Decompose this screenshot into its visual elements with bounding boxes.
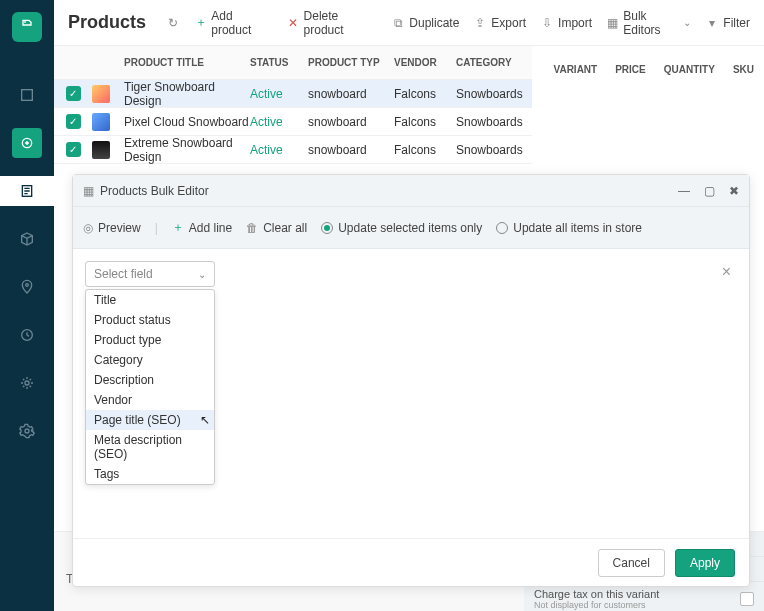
sidebar-item-pages[interactable] — [0, 176, 54, 206]
modal-title: Products Bulk Editor — [100, 184, 209, 198]
addline-label: Add line — [189, 221, 232, 235]
duplicate-icon: ⧉ — [391, 16, 405, 30]
clear-all-button[interactable]: 🗑Clear all — [246, 221, 307, 235]
cell-vendor: Falcons — [394, 87, 456, 101]
export-button[interactable]: ⇪Export — [473, 16, 526, 30]
charge-tax-hint: Not displayed for customers — [534, 600, 659, 610]
dropdown-option[interactable]: Product status — [86, 310, 214, 330]
preview-label: Preview — [98, 221, 141, 235]
cell-type: snowboard — [308, 115, 394, 129]
add-line-button[interactable]: ＋Add line — [172, 219, 232, 236]
bulk-editor-modal: ▦ Products Bulk Editor — ▢ ✖ ◎Preview | … — [72, 174, 750, 587]
cell-status: Active — [250, 115, 308, 129]
sidebar-item-cube[interactable] — [12, 224, 42, 254]
dropdown-option[interactable]: Title — [86, 290, 214, 310]
charge-tax-checkbox[interactable] — [740, 592, 754, 606]
header-variant[interactable]: VARIANT — [554, 64, 598, 75]
select-field-dropdown[interactable]: Select field ⌄ — [85, 261, 215, 287]
update-all-radio[interactable]: Update all items in store — [496, 221, 642, 235]
chevron-down-icon: ⌄ — [198, 269, 206, 280]
header-sku[interactable]: SKU — [733, 64, 754, 75]
export-icon: ⇪ — [473, 16, 487, 30]
cell-category: Snowboards — [456, 115, 532, 129]
cell-category: Snowboards — [456, 143, 532, 157]
refresh-icon: ↻ — [166, 16, 180, 30]
product-thumbnail — [92, 85, 110, 103]
maximize-button[interactable]: ▢ — [704, 184, 715, 198]
svg-point-5 — [25, 381, 29, 385]
dropdown-option[interactable]: Tags — [86, 464, 214, 484]
sidebar-item-home[interactable] — [12, 80, 42, 110]
cell-status: Active — [250, 87, 308, 101]
svg-point-6 — [25, 429, 29, 433]
plus-icon: ＋ — [194, 16, 207, 30]
dropdown-option[interactable]: Vendor — [86, 390, 214, 410]
dropdown-option[interactable]: Category — [86, 350, 214, 370]
trash-icon: 🗑 — [246, 221, 258, 235]
sidebar-item-time[interactable] — [12, 320, 42, 350]
import-icon: ⇩ — [540, 16, 554, 30]
duplicate-button[interactable]: ⧉Duplicate — [391, 16, 459, 30]
product-thumbnail — [92, 141, 110, 159]
eye-icon: ◎ — [83, 221, 93, 235]
header-vendor[interactable]: VENDOR — [394, 57, 456, 68]
header-quantity[interactable]: QUANTITY — [664, 64, 715, 75]
table-row[interactable]: ✓ Tiger Snowboard Design Active snowboar… — [54, 80, 532, 108]
sidebar-item-location[interactable] — [12, 272, 42, 302]
preview-button[interactable]: ◎Preview — [83, 221, 141, 235]
table-right-pane: VARIANT PRICE QUANTITY SKU — [532, 46, 764, 164]
cell-type: snowboard — [308, 87, 394, 101]
dropdown-option-label: Page title (SEO) — [94, 413, 181, 427]
cell-category: Snowboards — [456, 87, 532, 101]
bulk-editors-button[interactable]: ▦Bulk Editors⌄ — [606, 9, 691, 37]
dropdown-option[interactable]: Page title (SEO)↖ — [86, 410, 214, 430]
update-selected-label: Update selected items only — [338, 221, 482, 235]
close-button[interactable]: ✖ — [729, 184, 739, 198]
modal-body: Select field ⌄ × Title Product status Pr… — [73, 249, 749, 538]
header-status[interactable]: STATUS — [250, 57, 308, 68]
checkbox-icon[interactable]: ✓ — [66, 142, 81, 157]
grid-icon: ▦ — [83, 184, 94, 198]
table-row[interactable]: ✓ Pixel Cloud Snowboard Active snowboard… — [54, 108, 532, 136]
grid-icon: ▦ — [606, 16, 619, 30]
cell-title: Tiger Snowboard Design — [116, 80, 250, 108]
cell-title: Pixel Cloud Snowboard — [116, 115, 250, 129]
cell-type: snowboard — [308, 143, 394, 157]
update-selected-radio[interactable]: Update selected items only — [321, 221, 482, 235]
dropdown-option[interactable]: Description — [86, 370, 214, 390]
filter-button[interactable]: ▾Filter — [705, 16, 750, 30]
apply-button[interactable]: Apply — [675, 549, 735, 577]
toolbar: ↻ ＋Add product ✕Delete product ⧉Duplicat… — [166, 9, 750, 37]
x-icon: ✕ — [286, 16, 299, 30]
sidebar-item-ai[interactable] — [12, 368, 42, 398]
cell-vendor: Falcons — [394, 115, 456, 129]
product-table: PRODUCT TITLE STATUS PRODUCT TYP VENDOR … — [54, 46, 532, 164]
minimize-button[interactable]: — — [678, 184, 690, 198]
svg-point-3 — [26, 284, 29, 287]
filter-icon: ▾ — [705, 16, 719, 30]
header-title[interactable]: PRODUCT TITLE — [116, 57, 250, 68]
checkbox-icon[interactable]: ✓ — [66, 86, 81, 101]
dropdown-option[interactable]: Product type — [86, 330, 214, 350]
header-price[interactable]: PRICE — [615, 64, 646, 75]
sidebar-item-products[interactable] — [12, 128, 42, 158]
sidebar-item-settings[interactable] — [12, 416, 42, 446]
cancel-button[interactable]: Cancel — [598, 549, 665, 577]
delete-product-label: Delete product — [304, 9, 378, 37]
header-type[interactable]: PRODUCT TYP — [308, 57, 394, 68]
export-label: Export — [491, 16, 526, 30]
delete-product-button[interactable]: ✕Delete product — [286, 9, 377, 37]
table-row[interactable]: ✓ Extreme Snowboard Design Active snowbo… — [54, 136, 532, 164]
cell-vendor: Falcons — [394, 143, 456, 157]
remove-line-button[interactable]: × — [722, 263, 731, 281]
refresh-button[interactable]: ↻ — [166, 16, 180, 30]
product-table-wrap: PRODUCT TITLE STATUS PRODUCT TYP VENDOR … — [54, 46, 764, 164]
plus-icon: ＋ — [172, 219, 184, 236]
add-product-button[interactable]: ＋Add product — [194, 9, 272, 37]
filter-label: Filter — [723, 16, 750, 30]
import-button[interactable]: ⇩Import — [540, 16, 592, 30]
dropdown-option[interactable]: Meta description (SEO) — [86, 430, 214, 464]
cell-title: Extreme Snowboard Design — [116, 136, 250, 164]
checkbox-icon[interactable]: ✓ — [66, 114, 81, 129]
header-category[interactable]: CATEGORY — [456, 57, 532, 68]
